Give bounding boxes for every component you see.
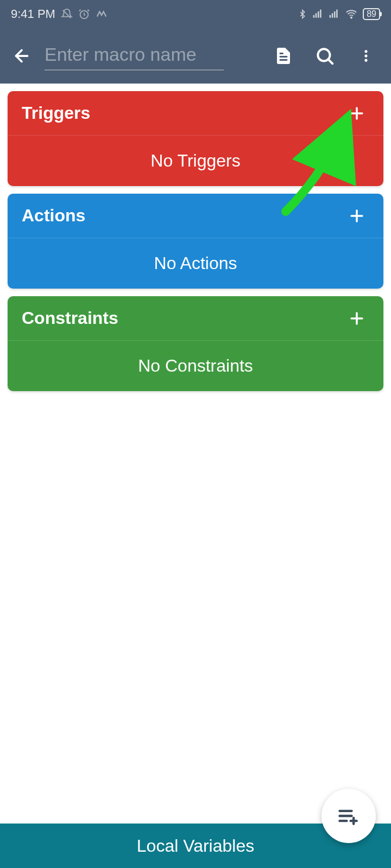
add-trigger-button[interactable] [348, 104, 369, 123]
triggers-card: Triggers No Triggers [8, 91, 383, 186]
constraints-empty-text: No Constraints [8, 341, 383, 391]
macro-name-input[interactable] [45, 42, 224, 71]
triggers-title: Triggers [22, 103, 90, 123]
signal-icon-1 [312, 9, 324, 20]
wifi-icon [344, 8, 358, 20]
description-button[interactable] [268, 41, 299, 71]
svg-point-13 [364, 59, 367, 62]
svg-rect-5 [330, 15, 331, 18]
actions-header[interactable]: Actions [8, 194, 383, 238]
svg-point-11 [364, 50, 367, 53]
bluetooth-icon [298, 8, 307, 20]
add-action-button[interactable] [348, 207, 369, 225]
svg-rect-6 [332, 13, 333, 17]
constraints-header[interactable]: Constraints [8, 296, 383, 341]
triggers-header[interactable]: Triggers [8, 91, 383, 136]
svg-rect-4 [320, 10, 321, 18]
svg-rect-7 [334, 11, 336, 18]
app-bar [0, 28, 391, 84]
status-bar: 9:41 PM 89 [0, 0, 391, 28]
svg-rect-8 [336, 10, 338, 18]
svg-rect-1 [313, 15, 315, 18]
constraints-title: Constraints [22, 308, 118, 328]
svg-point-12 [364, 54, 367, 57]
actions-empty-text: No Actions [8, 238, 383, 289]
constraints-card: Constraints No Constraints [8, 296, 383, 391]
content-area: Triggers No Triggers Actions No Actions … [0, 84, 391, 399]
status-time: 9:41 PM [11, 7, 55, 21]
add-variable-fab[interactable] [321, 789, 376, 843]
triggers-empty-text: No Triggers [8, 136, 383, 186]
signal-icon-2 [328, 9, 340, 20]
app-indicator-icon [96, 8, 108, 20]
search-button[interactable] [310, 41, 340, 71]
dnd-icon [61, 8, 73, 20]
svg-rect-3 [318, 11, 319, 18]
local-variables-label: Local Variables [137, 836, 254, 856]
actions-title: Actions [22, 206, 85, 226]
actions-card: Actions No Actions [8, 194, 383, 289]
more-options-button[interactable] [351, 41, 381, 71]
svg-rect-2 [316, 13, 317, 17]
alarm-icon [78, 8, 90, 20]
battery-indicator: 89 [363, 8, 380, 20]
add-constraint-button[interactable] [348, 309, 369, 328]
svg-point-9 [351, 17, 352, 18]
playlist-add-icon [337, 804, 361, 828]
back-button[interactable] [10, 44, 34, 68]
